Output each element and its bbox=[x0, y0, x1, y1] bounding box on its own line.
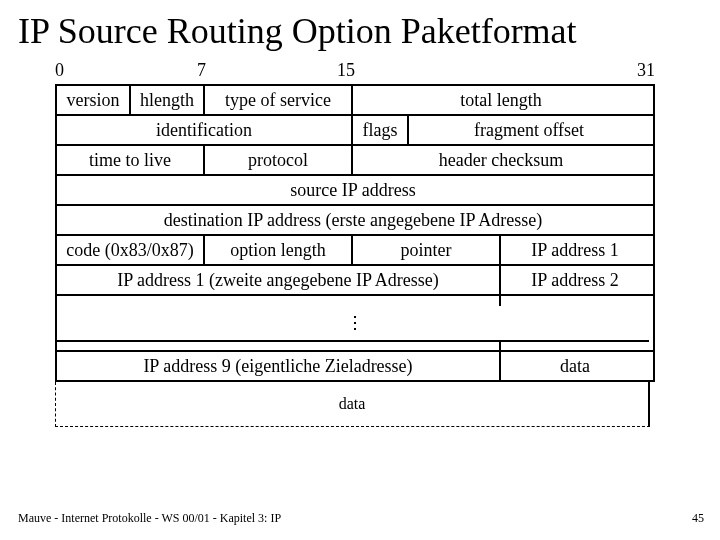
bit-0: 0 bbox=[55, 60, 64, 81]
field-fragment-offset: fragment offset bbox=[409, 116, 649, 144]
field-flags: flags bbox=[353, 116, 409, 144]
field-ip-addr-9: IP address 9 (eigentliche Zieladresse) bbox=[57, 352, 501, 380]
field-data-2: data bbox=[339, 395, 366, 413]
field-ttl: time to live bbox=[57, 146, 205, 174]
field-option-length: option length bbox=[205, 236, 353, 264]
field-ip-addr-1-cont: IP address 1 (zweite angegebene IP Adres… bbox=[57, 266, 501, 294]
bit-7: 7 bbox=[197, 60, 206, 81]
field-dest-ip: destination IP address (erste angegebene… bbox=[57, 206, 649, 234]
field-version: version bbox=[57, 86, 131, 114]
field-option-code: code (0x83/0x87) bbox=[57, 236, 205, 264]
field-total-length: total length bbox=[353, 86, 649, 114]
field-data-1: data bbox=[501, 352, 649, 380]
field-protocol: protocol bbox=[205, 146, 353, 174]
packet-diagram: version hlength type of service total le… bbox=[55, 84, 655, 382]
page-number: 45 bbox=[692, 511, 704, 526]
bit-15: 15 bbox=[337, 60, 355, 81]
field-identification: identification bbox=[57, 116, 353, 144]
bit-31: 31 bbox=[637, 60, 655, 81]
page-title: IP Source Routing Option Paketformat bbox=[18, 10, 720, 52]
bit-scale: 0 7 15 31 bbox=[55, 60, 651, 84]
field-ip-addr-1: IP address 1 bbox=[501, 236, 649, 264]
field-tos: type of service bbox=[205, 86, 353, 114]
field-source-ip: source IP address bbox=[57, 176, 649, 204]
field-hlength: hlength bbox=[131, 86, 205, 114]
field-ip-addr-2: IP address 2 bbox=[501, 266, 649, 294]
ellipsis bbox=[57, 306, 653, 340]
field-header-checksum: header checksum bbox=[353, 146, 649, 174]
data-area: data bbox=[55, 382, 650, 427]
field-option-pointer: pointer bbox=[353, 236, 501, 264]
footer-text: Mauve - Internet Protokolle - WS 00/01 -… bbox=[18, 511, 281, 526]
